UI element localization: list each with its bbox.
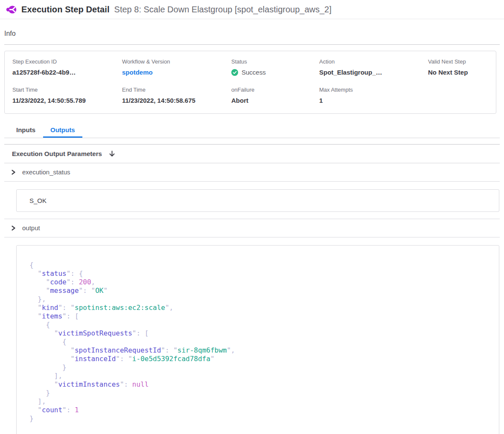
info-section-title: Info (4, 19, 500, 44)
outputs-header: Execution Output Parameters (4, 145, 500, 163)
param-row-output[interactable]: output (4, 219, 500, 237)
outputs-header-title: Execution Output Parameters (12, 150, 102, 157)
tab-outputs[interactable]: Outputs (43, 124, 82, 138)
info-card: Step Execution ID a125728f-6b22-4b9… Wor… (4, 51, 496, 114)
json-content: { "status": { "code": 200, "message": "O… (29, 261, 490, 423)
info-field-status: Status Success (231, 58, 319, 76)
page-title: Execution Step Detail (21, 5, 110, 14)
spot-logo-icon (6, 4, 17, 15)
param-name-execution-status: execution_status (22, 168, 70, 176)
header: Execution Step Detail Step 8: Scale Down… (0, 0, 504, 19)
status-text: Success (242, 69, 266, 76)
info-field-onfailure: onFailure Abort (231, 87, 319, 104)
output-json-viewer: { "status": { "code": 200, "message": "O… (16, 245, 499, 434)
param-name-output: output (22, 224, 40, 231)
info-field-action: Action Spot_Elastigroup_… (319, 58, 428, 76)
collapse-all-arrow-down-icon[interactable] (109, 150, 115, 157)
info-field-workflow-version: Workflow & Version spotdemo (122, 58, 231, 76)
info-field-valid-next-step: Valid Next Step No Next Step (428, 58, 488, 76)
page-subtitle: Step 8: Scale Down Elastgroup [spot_elas… (114, 5, 332, 14)
check-circle-icon (231, 69, 238, 76)
param-row-execution-status[interactable]: execution_status (4, 163, 500, 182)
workflow-link[interactable]: spotdemo (122, 69, 231, 76)
execution-status-value: S_OK (29, 197, 47, 204)
divider (4, 44, 500, 45)
status-badge: Success (231, 69, 319, 76)
execution-step-detail-page: Execution Step Detail Step 8: Scale Down… (0, 0, 504, 434)
tab-bar: Inputs Outputs (4, 124, 500, 138)
chevron-right-icon (11, 170, 16, 175)
chevron-right-icon (11, 226, 16, 231)
info-field-empty (428, 87, 488, 104)
info-field-start-time: Start Time 11/23/2022, 14:50:55.789 (12, 87, 122, 104)
execution-status-value-box: S_OK (16, 189, 499, 212)
info-field-step-execution-id: Step Execution ID a125728f-6b22-4b9… (12, 58, 122, 76)
tab-inputs[interactable]: Inputs (16, 124, 35, 138)
info-field-end-time: End Time 11/23/2022, 14:50:58.675 (122, 87, 231, 104)
info-field-max-attempts: Max Attempts 1 (319, 87, 428, 104)
